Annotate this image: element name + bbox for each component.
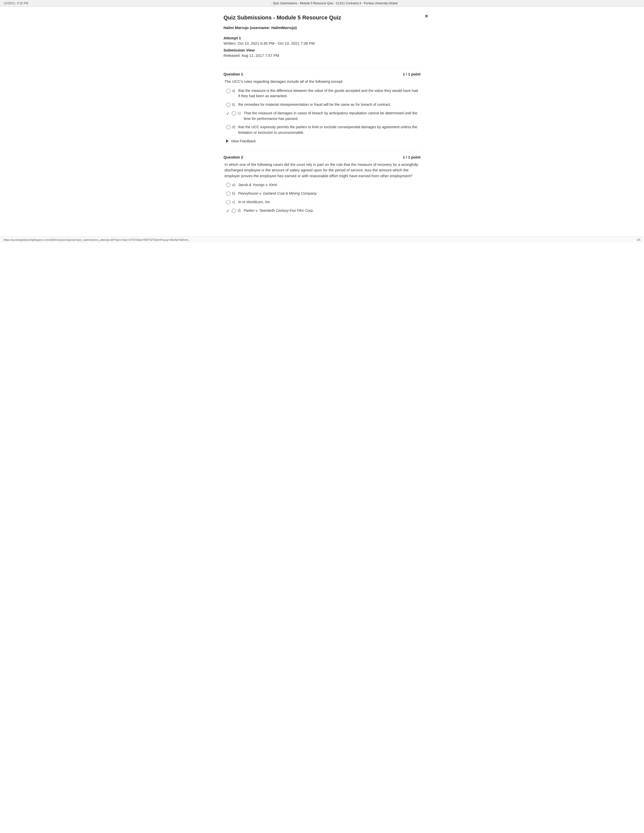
- question-block-2: Question 21 / 1 pointIn which one of the…: [224, 151, 420, 214]
- written-dates: Oct 10, 2021 6:45 PM - Oct 10, 2021 7:38…: [238, 41, 315, 45]
- released-value: Released: Aug 11, 2017 7:57 PM: [224, 53, 420, 58]
- question-text-1: The UCC's rules regarding damages includ…: [224, 79, 420, 85]
- browser-timestamp: 12/25/21, 5:32 PM: [3, 2, 28, 5]
- submission-view-label: Submission View: [224, 48, 420, 52]
- page-info: 1/5: [637, 238, 641, 241]
- options-list-1: a)that the measure is the difference bet…: [224, 88, 420, 135]
- written-value: Written: Oct 10, 2021 6:45 PM - Oct 10, …: [224, 41, 420, 45]
- question-block-1: Question 11 / 1 pointThe UCC's rules reg…: [224, 68, 420, 143]
- question-text-2: In which one of the following cases did …: [224, 162, 420, 179]
- page-container: × Quiz Submissions - Module 5 Resource Q…: [213, 7, 431, 236]
- view-feedback-row-1: View Feedback: [224, 139, 420, 143]
- option-radio-1-4[interactable]: [226, 125, 230, 130]
- released-date: Aug 11, 2017 7:57 PM: [242, 53, 279, 58]
- feedback-triangle-icon-1[interactable]: [226, 139, 229, 143]
- bottom-url: https://purdueglobal.brightspace.com/d2l…: [3, 238, 191, 241]
- option-radio-2-1[interactable]: [226, 183, 230, 187]
- option-radio-2-2[interactable]: [226, 191, 230, 196]
- option-item-1-3: ✓c)That the measure of damages in cases …: [224, 111, 420, 122]
- option-letter-2-1: a): [232, 183, 237, 187]
- page-title: Quiz Submissions - Module 5 Resource Qui…: [224, 14, 420, 21]
- option-text-2-3: In re Worldcom, Inc.: [238, 199, 271, 205]
- option-item-2-3: c)In re Worldcom, Inc.: [224, 199, 420, 205]
- option-letter-1-3: c): [238, 111, 242, 115]
- option-item-1-2: b)the remedies for material misrepresent…: [224, 102, 420, 108]
- question-label-2: Question 2: [224, 155, 243, 159]
- bottom-bar: https://purdueglobal.brightspace.com/d2l…: [0, 236, 644, 243]
- student-name: Halim Marrujo (username: HalimMarrujo): [224, 26, 420, 30]
- written-label: Written:: [224, 41, 237, 45]
- option-radio-1-2[interactable]: [226, 103, 230, 107]
- option-letter-1-2: b): [232, 103, 237, 106]
- attempt-label: Attempt 1: [224, 36, 420, 40]
- correct-check-icon-1-3: ✓: [226, 111, 231, 116]
- question-label-1: Question 1: [224, 72, 243, 76]
- option-radio-2-4[interactable]: [232, 209, 236, 213]
- option-text-2-2: Peevyhouse v. Garland Coal & Mining Comp…: [238, 191, 317, 196]
- option-item-1-4: d)that the UCC expressly permits the par…: [224, 124, 420, 135]
- browser-page-title: : Quiz Submissions - Module 5 Resource Q…: [28, 2, 641, 5]
- option-letter-1-4: d): [232, 125, 237, 129]
- close-button[interactable]: ×: [425, 13, 428, 19]
- option-text-1-4: that the UCC expressly permits the parti…: [238, 124, 420, 135]
- option-letter-2-2: b): [232, 191, 237, 195]
- correct-check-icon-2-4: ✓: [226, 208, 231, 214]
- option-text-1-2: the remedies for material misrepresentat…: [238, 102, 391, 108]
- option-item-2-4: ✓d)Parker v. Twentieth Century-Fox Film …: [224, 208, 420, 214]
- option-letter-1-1: a): [232, 88, 237, 93]
- question-points-2: 1 / 1 point: [403, 155, 420, 159]
- option-letter-2-4: d): [238, 209, 242, 212]
- option-item-2-2: b)Peevyhouse v. Garland Coal & Mining Co…: [224, 191, 420, 196]
- option-letter-2-3: c): [232, 200, 237, 204]
- option-radio-1-3[interactable]: [232, 111, 236, 116]
- option-item-1-1: a)that the measure is the difference bet…: [224, 88, 420, 99]
- option-text-2-1: Jacob & Youngs v. Kent.: [238, 182, 278, 188]
- option-radio-1-1[interactable]: [226, 88, 230, 93]
- option-text-2-4: Parker v. Twentieth Century-Fox Film Cor…: [244, 208, 314, 214]
- option-radio-2-3[interactable]: [226, 200, 230, 204]
- option-text-1-1: that the measure is the difference betwe…: [238, 88, 420, 99]
- view-feedback-link-1[interactable]: View Feedback: [231, 139, 256, 143]
- question-header-1: Question 11 / 1 point: [224, 72, 420, 76]
- browser-bar: 12/25/21, 5:32 PM : Quiz Submissions - M…: [0, 0, 644, 7]
- question-points-1: 1 / 1 point: [403, 72, 420, 76]
- released-label: Released:: [224, 53, 241, 58]
- questions-container: Question 11 / 1 pointThe UCC's rules reg…: [224, 68, 420, 214]
- question-header-2: Question 21 / 1 point: [224, 155, 420, 159]
- option-item-2-1: a)Jacob & Youngs v. Kent.: [224, 182, 420, 188]
- options-list-2: a)Jacob & Youngs v. Kent.b)Peevyhouse v.…: [224, 182, 420, 214]
- option-text-1-3: That the measure of damages in cases of …: [244, 111, 420, 122]
